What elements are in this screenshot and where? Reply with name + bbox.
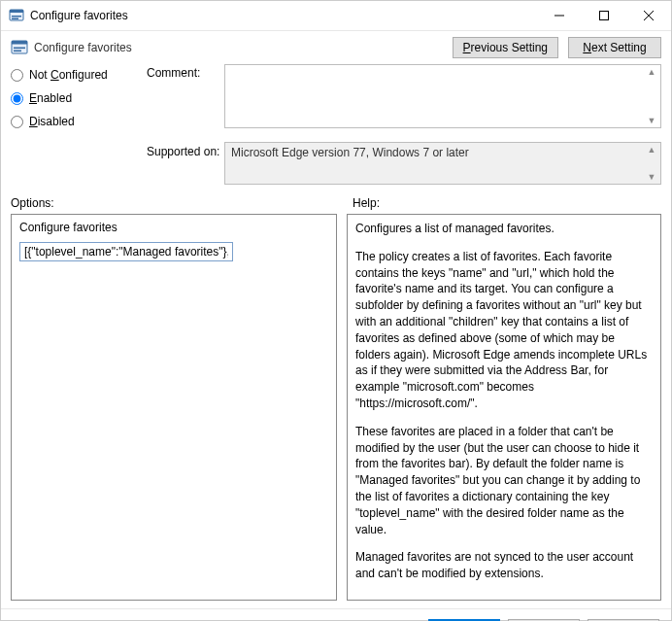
supported-on-label: Supported on: (147, 142, 224, 158)
help-panel: Configures a list of managed favorites. … (347, 214, 661, 601)
svg-rect-1 (10, 10, 23, 13)
policy-icon (9, 8, 24, 23)
options-panel: Configure favorites (11, 214, 337, 601)
radio-enabled[interactable]: Enabled (11, 91, 147, 105)
options-value-input[interactable] (19, 242, 233, 261)
titlebar: Configure favorites (1, 1, 671, 31)
radio-not-configured[interactable]: Not Configured (11, 68, 147, 82)
config-grid: Not Configured Enabled Disabled Comment:… (11, 64, 661, 185)
radio-disabled-label: Disabled (29, 115, 75, 128)
radio-not-configured-label: Not Configured (29, 68, 108, 82)
dialog-button-bar: OK Cancel Apply (1, 608, 671, 621)
previous-setting-button[interactable]: Previous Setting (453, 37, 558, 58)
options-inner: Configure favorites (12, 215, 336, 267)
comment-textarea[interactable]: ▲ ▼ (224, 64, 661, 128)
nav-buttons: Previous Setting Next Setting (453, 37, 661, 58)
radio-not-configured-input[interactable] (11, 69, 23, 82)
dialog-window: Configure favorites Conf (0, 0, 672, 621)
svg-rect-4 (600, 12, 609, 20)
svg-rect-7 (14, 48, 25, 50)
next-label-rest: ext Setting (591, 41, 647, 54)
header-row: Configure favorites Previous Setting Nex… (11, 37, 661, 58)
state-radio-group: Not Configured Enabled Disabled (11, 64, 147, 128)
help-p4: Managed favorites are not synced to the … (355, 549, 653, 582)
svg-rect-3 (12, 18, 18, 20)
window-title: Configure favorites (30, 9, 537, 22)
help-p1: Configures a list of managed favorites. (355, 221, 653, 237)
header-title: Configure favorites (34, 41, 132, 54)
supported-on-text: Microsoft Edge version 77, Windows 7 or … (231, 146, 469, 159)
previous-label-rest: revious Setting (471, 41, 548, 54)
svg-rect-2 (12, 16, 21, 17)
supported-spinner-down[interactable]: ▼ (645, 172, 658, 182)
svg-rect-6 (12, 41, 27, 45)
minimize-button[interactable] (537, 1, 582, 30)
next-setting-button[interactable]: Next Setting (568, 37, 661, 58)
help-p3: These favorites are placed in a folder t… (355, 424, 653, 538)
options-label: Options: (11, 196, 337, 210)
comment-label: Comment: (147, 64, 224, 80)
options-title: Configure favorites (19, 221, 328, 234)
radio-enabled-input[interactable] (11, 92, 23, 105)
svg-rect-8 (14, 51, 21, 52)
help-label: Help: (353, 196, 380, 210)
supported-spinner-up[interactable]: ▲ (645, 145, 658, 155)
help-p2: The policy creates a list of favorites. … (355, 249, 653, 412)
top-section: Configure favorites Previous Setting Nex… (1, 31, 671, 194)
supported-on-box: Microsoft Edge version 77, Windows 7 or … (224, 142, 661, 185)
radio-enabled-label: Enabled (29, 91, 72, 105)
maximize-button[interactable] (582, 1, 626, 30)
policy-header-icon (11, 39, 28, 56)
help-text[interactable]: Configures a list of managed favorites. … (348, 215, 660, 600)
close-button[interactable] (626, 1, 671, 30)
comment-spinner-down[interactable]: ▼ (645, 116, 658, 125)
panels-row: Configure favorites Configures a list of… (1, 214, 671, 608)
comment-spinner-up[interactable]: ▲ (645, 67, 658, 77)
radio-disabled[interactable]: Disabled (11, 115, 147, 128)
panel-labels: Options: Help: (1, 196, 671, 214)
dialog-content: Configure favorites Previous Setting Nex… (1, 31, 671, 621)
radio-disabled-input[interactable] (11, 116, 23, 128)
